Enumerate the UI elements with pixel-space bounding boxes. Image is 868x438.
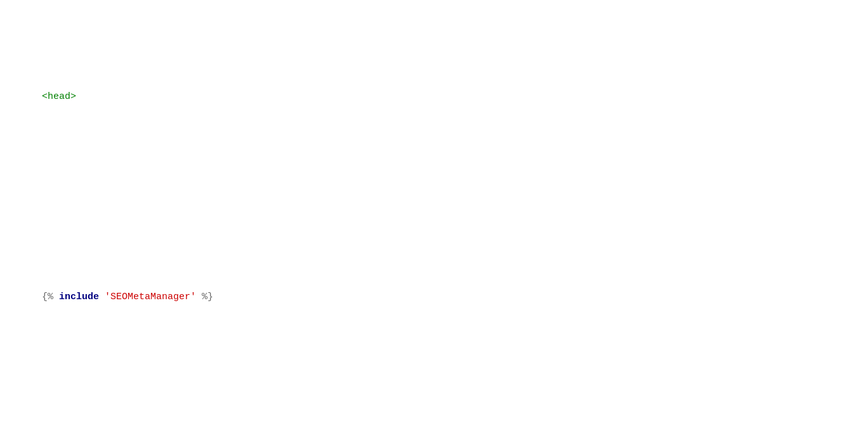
tag-head: <head> [42,91,76,102]
code-viewer: <head> {% include 'SEOMetaManager' %} <m… [19,13,849,438]
include-space [99,292,105,302]
include-value: 'SEOMetaManager' [105,292,196,302]
line-blank-2 [19,382,849,398]
line-head: <head> [19,74,849,120]
line-include-seo: {% include 'SEOMetaManager' %} [19,259,849,321]
include-space2 [196,292,202,302]
liquid-delim-open: {% [42,292,59,302]
liquid-delim-close: %} [202,292,213,302]
keyword-include: include [59,292,99,302]
line-blank-1 [19,181,849,198]
